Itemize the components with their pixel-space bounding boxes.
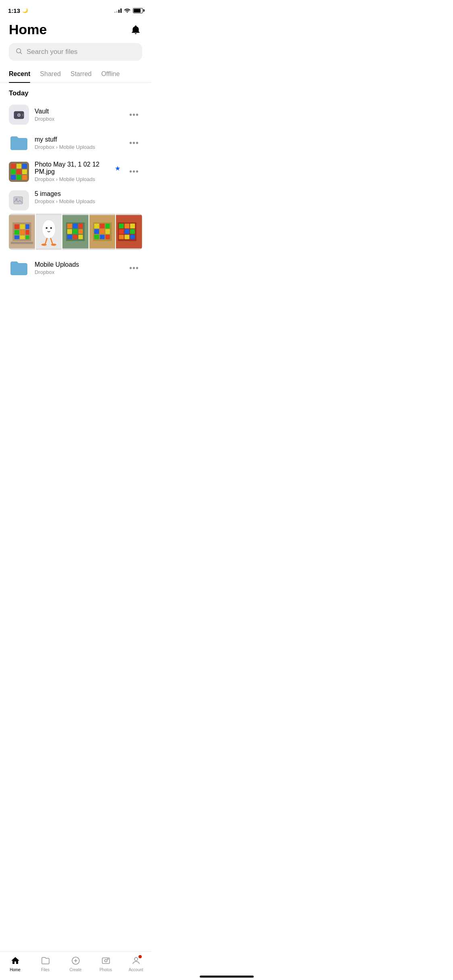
5images-name: 5 images bbox=[35, 190, 142, 198]
svg-rect-12 bbox=[22, 169, 27, 174]
wifi-icon bbox=[124, 8, 130, 14]
svg-rect-42 bbox=[79, 224, 83, 229]
file-item-5images[interactable]: 5 images Dropbox › Mobile Uploads bbox=[0, 186, 151, 212]
preview-img-3 bbox=[62, 214, 89, 250]
photo-more-button[interactable]: ••• bbox=[126, 165, 142, 178]
svg-rect-25 bbox=[26, 230, 29, 235]
svg-rect-15 bbox=[22, 175, 27, 180]
search-icon bbox=[15, 47, 23, 56]
svg-rect-68 bbox=[119, 235, 124, 239]
signal-icon bbox=[114, 8, 122, 13]
svg-rect-48 bbox=[79, 235, 83, 239]
photo-thumbnail bbox=[9, 162, 29, 182]
images-group-icon bbox=[9, 190, 29, 210]
status-time: 1:13 bbox=[8, 7, 20, 14]
svg-rect-64 bbox=[130, 224, 135, 229]
photo-info: Photo May 31, 1 02 12 PM.jpg ★ Dropbox ›… bbox=[35, 161, 120, 182]
file-item-mobile-uploads[interactable]: Mobile Uploads Dropbox ••• bbox=[0, 254, 151, 282]
tab-starred[interactable]: Starred bbox=[70, 67, 91, 82]
svg-rect-45 bbox=[79, 229, 83, 234]
file-item-my-stuff[interactable]: my stuff Dropbox › Mobile Uploads ••• bbox=[0, 129, 151, 157]
svg-rect-11 bbox=[17, 169, 21, 174]
battery-icon bbox=[133, 8, 143, 13]
svg-rect-28 bbox=[26, 235, 29, 239]
svg-point-31 bbox=[42, 220, 55, 238]
moon-icon: 🌙 bbox=[22, 8, 28, 13]
vault-name: Vault bbox=[35, 108, 120, 115]
search-bar[interactable]: Search your files bbox=[9, 43, 142, 61]
my-stuff-info: my stuff Dropbox › Mobile Uploads bbox=[35, 136, 120, 150]
svg-rect-7 bbox=[11, 164, 16, 169]
svg-rect-27 bbox=[20, 235, 25, 239]
svg-rect-23 bbox=[14, 230, 19, 235]
svg-point-33 bbox=[50, 227, 52, 229]
search-container: Search your files bbox=[0, 43, 151, 67]
star-badge: ★ bbox=[115, 165, 120, 172]
tab-offline[interactable]: Offline bbox=[101, 67, 120, 82]
svg-rect-54 bbox=[94, 229, 99, 234]
svg-rect-63 bbox=[125, 224, 130, 229]
file-item-vault[interactable]: Vault Dropbox ••• bbox=[0, 101, 151, 129]
svg-rect-51 bbox=[94, 224, 99, 229]
svg-rect-22 bbox=[26, 224, 29, 229]
svg-rect-57 bbox=[94, 235, 99, 239]
svg-point-4 bbox=[18, 114, 20, 116]
svg-rect-21 bbox=[20, 224, 25, 229]
svg-rect-47 bbox=[73, 235, 78, 239]
svg-rect-14 bbox=[17, 175, 21, 180]
folder-icon-mobile-uploads bbox=[9, 258, 29, 278]
vault-info: Vault Dropbox bbox=[35, 108, 120, 122]
tab-recent[interactable]: Recent bbox=[9, 67, 30, 82]
svg-rect-69 bbox=[125, 235, 130, 239]
svg-rect-43 bbox=[67, 229, 72, 234]
svg-rect-65 bbox=[119, 229, 124, 234]
vault-more-button[interactable]: ••• bbox=[126, 109, 142, 121]
section-today: Today bbox=[0, 83, 151, 101]
svg-rect-62 bbox=[119, 224, 124, 229]
svg-rect-9 bbox=[22, 164, 27, 169]
svg-rect-8 bbox=[17, 164, 21, 169]
svg-rect-55 bbox=[100, 229, 105, 234]
preview-img-4 bbox=[89, 214, 116, 250]
bell-button[interactable] bbox=[129, 23, 142, 36]
svg-rect-46 bbox=[67, 235, 72, 239]
svg-rect-44 bbox=[73, 229, 78, 234]
svg-rect-59 bbox=[105, 235, 110, 239]
svg-rect-10 bbox=[11, 169, 16, 174]
svg-rect-53 bbox=[105, 224, 110, 229]
svg-rect-29 bbox=[11, 242, 33, 244]
svg-point-37 bbox=[51, 244, 56, 246]
tab-shared[interactable]: Shared bbox=[40, 67, 61, 82]
my-stuff-path: Dropbox › Mobile Uploads bbox=[35, 144, 120, 150]
folder-icon-my-stuff bbox=[9, 133, 29, 153]
photo-name: Photo May 31, 1 02 12 PM.jpg ★ bbox=[35, 161, 120, 175]
svg-rect-52 bbox=[100, 224, 105, 229]
svg-rect-20 bbox=[14, 224, 19, 229]
svg-rect-67 bbox=[130, 229, 135, 234]
svg-rect-26 bbox=[14, 235, 19, 239]
header: Home bbox=[0, 18, 151, 43]
svg-rect-5 bbox=[22, 114, 23, 116]
svg-rect-66 bbox=[125, 229, 130, 234]
svg-rect-13 bbox=[11, 175, 16, 180]
tabs-container: Recent Shared Starred Offline bbox=[0, 67, 151, 83]
search-placeholder: Search your files bbox=[27, 48, 78, 56]
photo-path: Dropbox › Mobile Uploads bbox=[35, 176, 120, 182]
svg-rect-16 bbox=[14, 197, 23, 204]
mobile-uploads-path: Dropbox bbox=[35, 269, 120, 275]
svg-rect-70 bbox=[130, 235, 135, 239]
content-area: Today Vault Dropbox ••• my stuff Dropbox… bbox=[0, 83, 151, 322]
vault-path: Dropbox bbox=[35, 116, 120, 122]
status-bar: 1:13 🌙 bbox=[0, 0, 151, 18]
mobile-uploads-more-button[interactable]: ••• bbox=[126, 262, 142, 274]
5images-path: Dropbox › Mobile Uploads bbox=[35, 198, 142, 204]
svg-rect-24 bbox=[20, 230, 25, 235]
vault-icon bbox=[9, 105, 29, 125]
preview-img-2 bbox=[36, 214, 62, 250]
preview-img-5 bbox=[116, 214, 142, 250]
svg-rect-58 bbox=[100, 235, 105, 239]
svg-rect-56 bbox=[105, 229, 110, 234]
my-stuff-more-button[interactable]: ••• bbox=[126, 137, 142, 149]
page-title: Home bbox=[9, 22, 47, 37]
file-item-photo[interactable]: Photo May 31, 1 02 12 PM.jpg ★ Dropbox ›… bbox=[0, 157, 151, 186]
